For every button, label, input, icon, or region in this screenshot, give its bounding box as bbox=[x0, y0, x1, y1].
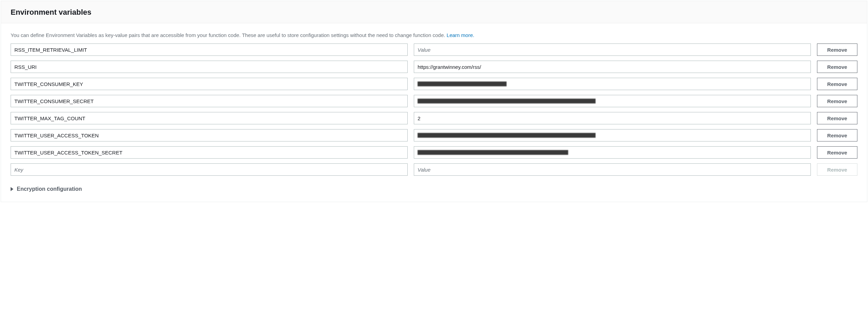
env-var-value-input[interactable] bbox=[414, 44, 811, 56]
env-var-key-input[interactable] bbox=[11, 61, 408, 73]
env-var-row: Remove bbox=[11, 129, 857, 141]
redacted-value bbox=[418, 99, 596, 103]
env-vars-panel: Environment variables You can define Env… bbox=[1, 1, 867, 202]
env-var-key-input[interactable] bbox=[11, 44, 408, 56]
env-var-value-input[interactable] bbox=[414, 129, 811, 141]
env-var-rows: RemoveRemoveRemoveRemoveRemoveRemoveRemo… bbox=[11, 44, 857, 176]
remove-button[interactable]: Remove bbox=[817, 112, 857, 124]
remove-button[interactable]: Remove bbox=[817, 44, 857, 56]
redacted-value bbox=[418, 150, 568, 155]
remove-button[interactable]: Remove bbox=[817, 129, 857, 141]
env-var-row: Remove bbox=[11, 112, 857, 124]
redacted-value bbox=[418, 133, 596, 138]
env-var-row: Remove bbox=[11, 95, 857, 107]
env-var-key-input[interactable] bbox=[11, 163, 408, 176]
panel-header: Environment variables bbox=[1, 1, 867, 23]
env-var-value-input[interactable] bbox=[414, 95, 811, 107]
env-var-key-input[interactable] bbox=[11, 112, 408, 124]
encryption-config-expander[interactable]: Encryption configuration bbox=[11, 186, 857, 192]
description-text: You can define Environment Variables as … bbox=[11, 32, 857, 39]
panel-title: Environment variables bbox=[11, 8, 857, 17]
env-var-value-input[interactable] bbox=[414, 78, 811, 90]
env-var-row: Remove bbox=[11, 146, 857, 159]
learn-more-link[interactable]: Learn more. bbox=[447, 32, 474, 38]
caret-right-icon bbox=[11, 187, 13, 191]
remove-button[interactable]: Remove bbox=[817, 146, 857, 159]
env-var-value-input[interactable] bbox=[414, 61, 811, 73]
remove-button: Remove bbox=[817, 163, 857, 176]
env-var-row: Remove bbox=[11, 163, 857, 176]
remove-button[interactable]: Remove bbox=[817, 61, 857, 73]
remove-button[interactable]: Remove bbox=[817, 95, 857, 107]
env-var-key-input[interactable] bbox=[11, 146, 408, 159]
env-var-key-input[interactable] bbox=[11, 95, 408, 107]
encryption-config-label: Encryption configuration bbox=[17, 186, 82, 192]
panel-body: You can define Environment Variables as … bbox=[1, 23, 867, 202]
env-var-row: Remove bbox=[11, 78, 857, 90]
env-var-value-input[interactable] bbox=[414, 163, 811, 176]
redacted-value bbox=[418, 82, 507, 86]
env-var-row: Remove bbox=[11, 44, 857, 56]
env-var-value-input[interactable] bbox=[414, 112, 811, 124]
env-var-value-input[interactable] bbox=[414, 146, 811, 159]
env-var-row: Remove bbox=[11, 61, 857, 73]
description-body: You can define Environment Variables as … bbox=[11, 32, 447, 38]
env-var-key-input[interactable] bbox=[11, 129, 408, 141]
remove-button[interactable]: Remove bbox=[817, 78, 857, 90]
env-var-key-input[interactable] bbox=[11, 78, 408, 90]
